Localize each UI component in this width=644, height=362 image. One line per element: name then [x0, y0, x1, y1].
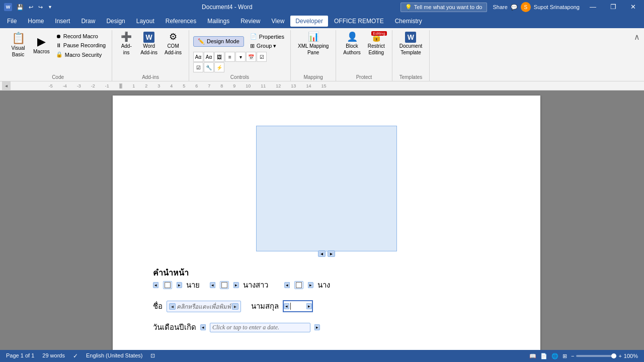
ctrl-combo-btn[interactable]: ≡ — [225, 52, 235, 62]
pause-recording-btn[interactable]: ⏸ Pause Recording — [54, 41, 108, 49]
redo-quick-btn[interactable]: ↪ — [37, 4, 44, 11]
addins-icon: ➕ — [121, 32, 132, 43]
firstname-tag-right: ▸ — [232, 303, 238, 310]
restrict-editing-btn[interactable]: 🔒 RestrictEditing Editing — [365, 30, 388, 57]
focus-mode-btn[interactable]: ⊞ — [562, 353, 567, 359]
avatar: S — [521, 2, 531, 12]
dob-control[interactable]: Click or tap to enter a date. — [210, 323, 310, 332]
ctrl-activex-btn[interactable]: ⚡ — [214, 62, 224, 72]
ribbon-collapse-btn[interactable]: ∧ — [634, 32, 640, 42]
page-area[interactable]: ◂ ▸ คำนำหน้า ◂ — [0, 90, 644, 350]
menu-layout[interactable]: Layout — [131, 16, 159, 27]
menu-review[interactable]: Review — [235, 16, 265, 27]
macro-security-btn[interactable]: 🔒 Macro Security — [54, 50, 108, 59]
menu-file[interactable]: File — [2, 16, 22, 27]
web-layout-btn[interactable]: 🌐 — [551, 353, 558, 359]
xml-mapping-btn[interactable]: 📊 XML MappingPane — [295, 30, 332, 57]
menu-developer[interactable]: Developer — [290, 16, 328, 27]
ctrl-dropdown-btn[interactable]: ▾ — [235, 52, 246, 62]
surname-tag-right: ▸ — [306, 303, 312, 309]
ruler-origin[interactable]: ◂ — [2, 81, 11, 90]
section-title: คำนำหน้า — [153, 266, 500, 279]
zoom-in-btn[interactable]: + — [618, 353, 621, 359]
image-control[interactable]: ◂ ▸ — [256, 126, 397, 251]
document-page[interactable]: ◂ ▸ คำนำหน้า ◂ — [113, 96, 540, 350]
security-icon: 🔒 — [56, 51, 63, 58]
word-addins-icon: W — [143, 32, 154, 43]
group-label: Group ▾ — [257, 43, 277, 49]
group-btn[interactable]: ⊞ Group ▾ — [248, 42, 286, 50]
status-right: 📖 📄 🌐 ⊞ − + 100% — [529, 353, 638, 359]
ctrl-plaintext-btn[interactable]: Aα — [204, 52, 214, 62]
menu-references[interactable]: References — [160, 16, 201, 27]
tell-me-box[interactable]: 💡 Tell me what you want to do — [400, 3, 487, 12]
status-left: Page 1 of 1 29 words ✓ English (United S… — [6, 352, 155, 359]
zoom-thumb — [611, 353, 616, 358]
read-mode-btn[interactable]: 📖 — [529, 353, 536, 359]
name-label: ชื่อ — [153, 300, 163, 312]
ctrl-richtext-btn[interactable]: Aα — [193, 52, 203, 62]
username: Supot Srinatapong — [534, 4, 580, 10]
menu-insert[interactable]: Insert — [50, 16, 75, 27]
quick-access-toolbar: 💾 ↩ ↪ ▼ — [15, 4, 54, 11]
record-macro-label: Record Macro — [63, 33, 98, 39]
image-handle-left[interactable]: ◂ — [318, 250, 326, 257]
maximize-btn[interactable]: ❐ — [606, 0, 620, 14]
design-mode-btn[interactable]: ✏️ Design Mode — [193, 36, 244, 47]
zoom-out-btn[interactable]: − — [571, 353, 574, 359]
word-add-ins-btn[interactable]: W WordAdd-ins — [137, 30, 160, 57]
nang-checkbox[interactable] — [294, 281, 303, 289]
ctrl-picture-btn[interactable]: 🖼 — [214, 52, 224, 62]
macros-btn[interactable]: ▶ Macros — [30, 34, 53, 56]
surname-control[interactable]: ◂ ▸ — [283, 300, 313, 312]
add-ins-btn[interactable]: ➕ Add-ins — [116, 30, 136, 57]
record-macro-btn[interactable]: ⏺ Record Macro — [54, 32, 108, 40]
menu-office-remote[interactable]: OFFICE REMOTE — [329, 16, 389, 27]
zoom-slider[interactable] — [576, 355, 616, 357]
page-info[interactable]: Page 1 of 1 — [6, 352, 34, 359]
block-authors-btn[interactable]: 👤 BlockAuthors — [340, 30, 363, 57]
firstname-control[interactable]: ◂ คลิกหรือแตะเพื่อพิมพ์ ▸ — [167, 301, 241, 312]
macros-icon: ▶ — [37, 35, 46, 48]
surname-label: นามสกุล — [251, 300, 279, 312]
share-btn[interactable]: Share — [493, 4, 508, 10]
print-layout-btn[interactable]: 📄 — [540, 353, 547, 359]
properties-btn[interactable]: 📄 Properties — [248, 32, 286, 41]
zoom-control[interactable]: − + 100% — [571, 353, 638, 359]
record-icon: ⏺ — [56, 33, 61, 39]
nang-cb-inner — [296, 282, 302, 288]
xml-label: XML MappingPane — [298, 43, 329, 56]
minimize-btn[interactable]: — — [586, 0, 600, 14]
menu-chemistry[interactable]: Chemistry — [390, 16, 427, 27]
nai-checkbox[interactable] — [163, 281, 172, 289]
ctrl-legacy-btn[interactable]: 🔧 — [204, 62, 214, 72]
word-count[interactable]: 29 words — [42, 352, 65, 359]
properties-icon: 📄 — [250, 33, 257, 40]
restrict-label: RestrictEditing — [368, 43, 385, 56]
menu-draw[interactable]: Draw — [76, 16, 100, 27]
image-handle-right[interactable]: ▸ — [328, 250, 335, 257]
document-template-btn[interactable]: W DocumentTemplate — [396, 30, 426, 57]
language[interactable]: English (United States) — [86, 352, 143, 359]
track-changes-icon[interactable]: ⊡ — [150, 352, 155, 359]
menu-home[interactable]: Home — [23, 16, 49, 27]
customize-quick-btn[interactable]: ▼ — [46, 4, 54, 10]
nangsao-checkbox[interactable] — [220, 281, 229, 289]
close-btn[interactable]: ✕ — [626, 0, 640, 14]
nang-label: นาง — [317, 279, 330, 291]
ctrl-date-btn[interactable]: 📅 — [246, 52, 256, 62]
ctrl-checkbox2-btn[interactable]: ☑ — [193, 62, 203, 72]
zoom-level[interactable]: 100% — [624, 353, 638, 359]
title-bar-left: W 💾 ↩ ↪ ▼ — [4, 3, 54, 11]
visual-basic-btn[interactable]: 📋 VisualBasic — [8, 30, 28, 59]
undo-quick-btn[interactable]: ↩ — [27, 4, 35, 11]
save-quick-btn[interactable]: 💾 — [15, 4, 25, 11]
menu-mailings[interactable]: Mailings — [202, 16, 234, 27]
comments-icon[interactable]: 💬 — [511, 4, 518, 11]
menu-view[interactable]: View — [267, 16, 290, 27]
menu-bar: File Home Insert Draw Design Layout Refe… — [0, 14, 644, 28]
ctrl-checkbox-btn[interactable]: ☑ — [257, 52, 267, 62]
com-add-ins-btn[interactable]: ⚙ COMAdd-ins — [162, 30, 185, 57]
spell-check-icon[interactable]: ✓ — [73, 352, 78, 359]
menu-design[interactable]: Design — [101, 16, 130, 27]
